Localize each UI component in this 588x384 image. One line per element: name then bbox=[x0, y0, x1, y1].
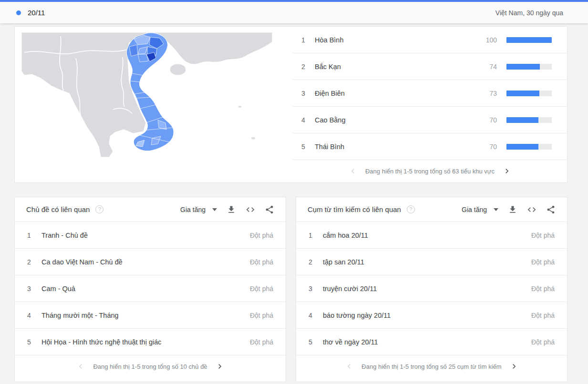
subregion-name: Điện Biên bbox=[315, 90, 473, 97]
subregion-name: Bắc Kạn bbox=[315, 63, 473, 71]
breakout-badge: Đột phá bbox=[250, 312, 273, 319]
subregion-row[interactable]: 5 Thái Bình 70 bbox=[293, 133, 567, 160]
share-icon[interactable] bbox=[546, 205, 556, 214]
interest-value: 73 bbox=[473, 90, 497, 97]
interest-bar-track bbox=[506, 144, 552, 150]
rank-number: 2 bbox=[27, 258, 41, 266]
subregion-row[interactable]: 3 Điện Biên 73 bbox=[293, 80, 567, 107]
query-label: cắm hoa 20/11 bbox=[323, 232, 368, 239]
pagination-label: Đang hiển thị 1-5 trong tổng số 63 tiểu … bbox=[365, 168, 495, 175]
related-topic-row[interactable]: 1 Tranh - Chủ đề Đột phá bbox=[15, 222, 286, 249]
breakout-badge: Đột phá bbox=[531, 232, 555, 239]
query-label: báo tường ngày 20/11 bbox=[323, 312, 391, 319]
rank-number: 5 bbox=[309, 338, 323, 346]
interest-value: 74 bbox=[473, 63, 497, 71]
related-topics-card: Chủ đề có liên quan ? Gia tăng 1 Tranh -… bbox=[14, 197, 286, 382]
related-query-row[interactable]: 4 báo tường ngày 20/11 Đột phá bbox=[296, 302, 567, 329]
rank-number: 1 bbox=[309, 232, 323, 239]
related-topic-row[interactable]: 2 Ca dao Việt Nam - Chủ đề Đột phá bbox=[15, 249, 286, 275]
geo-time-label: Việt Nam, 30 ngày qua bbox=[495, 9, 563, 17]
related-topic-row[interactable]: 5 Hội Họa - Hình thức nghệ thuật thị giá… bbox=[15, 329, 286, 355]
subregion-row[interactable]: 1 Hòa Bình 100 bbox=[293, 27, 567, 53]
interest-bar-track bbox=[506, 64, 552, 70]
subregion-row[interactable]: 4 Cao Bằng 70 bbox=[293, 107, 567, 133]
interest-value: 100 bbox=[473, 36, 497, 44]
breakout-badge: Đột phá bbox=[531, 312, 555, 319]
subregion-row[interactable]: 2 Bắc Kạn 74 bbox=[293, 53, 567, 80]
sort-label: Gia tăng bbox=[180, 206, 206, 213]
rank-number: 2 bbox=[309, 258, 323, 266]
rank-number: 4 bbox=[27, 312, 41, 319]
breakout-badge: Đột phá bbox=[250, 338, 273, 346]
panel-controls: Gia tăng bbox=[180, 205, 274, 214]
related-topic-row[interactable]: 4 Tháng mười một - Tháng Đột phá bbox=[15, 302, 286, 329]
breakout-badge: Đột phá bbox=[531, 258, 555, 266]
topic-label: Ca dao Việt Nam - Chủ đề bbox=[41, 258, 123, 266]
panel-title: Chủ đề có liên quan bbox=[26, 205, 90, 213]
map-small-island bbox=[238, 106, 241, 108]
interest-bar-track bbox=[506, 91, 552, 96]
explore-header: 20/11 Việt Nam, 30 ngày qua bbox=[0, 2, 588, 23]
topic-label: Tranh - Chủ đề bbox=[41, 232, 88, 239]
help-icon[interactable]: ? bbox=[95, 205, 103, 213]
breakout-badge: Đột phá bbox=[250, 258, 273, 266]
sort-dropdown[interactable]: Gia tăng bbox=[462, 206, 498, 213]
rank-number: 3 bbox=[27, 285, 41, 293]
prev-page-icon[interactable] bbox=[348, 166, 358, 176]
rank-number: 3 bbox=[309, 285, 323, 293]
interest-bar bbox=[506, 91, 539, 96]
next-page-icon[interactable] bbox=[509, 362, 519, 371]
embed-icon[interactable] bbox=[246, 205, 255, 214]
related-query-row[interactable]: 2 tập san 20/11 Đột phá bbox=[296, 249, 567, 275]
related-query-row[interactable]: 1 cắm hoa 20/11 Đột phá bbox=[296, 222, 567, 249]
caret-down-icon bbox=[212, 208, 217, 211]
map-hainan-island bbox=[170, 64, 186, 75]
interest-bar bbox=[506, 117, 538, 123]
related-query-row[interactable]: 3 truyện cười 20/11 Đột phá bbox=[296, 275, 567, 302]
related-topics-pagination: Đang hiển thị 1-5 trong tổng số 10 chủ đ… bbox=[15, 355, 286, 377]
topic-label: Tháng mười một - Tháng bbox=[41, 312, 119, 319]
embed-icon[interactable] bbox=[527, 205, 536, 214]
next-page-icon[interactable] bbox=[502, 166, 512, 176]
topic-label: Hội Họa - Hình thức nghệ thuật thị giác bbox=[41, 338, 162, 346]
subregion-pagination: Đang hiển thị 1-5 trong tổng số 63 tiểu … bbox=[293, 160, 567, 182]
related-topic-row[interactable]: 3 Cam - Quả Đột phá bbox=[15, 275, 286, 302]
help-icon[interactable]: ? bbox=[407, 205, 415, 213]
download-icon[interactable] bbox=[508, 205, 517, 214]
breakout-badge: Đột phá bbox=[250, 285, 273, 293]
interest-value: 70 bbox=[473, 116, 497, 124]
interest-bar bbox=[506, 144, 538, 150]
rank-number: 5 bbox=[27, 338, 41, 346]
breakout-badge: Đột phá bbox=[250, 232, 273, 239]
vietnam-choropleth-map[interactable] bbox=[15, 27, 293, 182]
related-queries-pagination: Đang hiển thị 1-5 trong tổng số 25 cụm t… bbox=[296, 355, 567, 377]
map-svg bbox=[15, 30, 293, 159]
interest-bar-track bbox=[506, 37, 552, 43]
subregion-name: Thái Bình bbox=[315, 143, 473, 151]
interest-bar bbox=[506, 37, 552, 43]
pagination-label: Đang hiển thị 1-5 trong tổng số 25 cụm t… bbox=[361, 363, 501, 370]
subregion-name: Cao Bằng bbox=[315, 116, 473, 124]
pagination-label: Đang hiển thị 1-5 trong tổng số 10 chủ đ… bbox=[93, 363, 207, 370]
download-icon[interactable] bbox=[227, 205, 236, 214]
subregion-ranking-list: 1 Hòa Bình 100 2 Bắc Kạn 74 3 Điện Biên … bbox=[293, 27, 567, 182]
sort-label: Gia tăng bbox=[462, 206, 487, 213]
rank-number: 2 bbox=[301, 63, 315, 71]
search-term-label: 20/11 bbox=[28, 9, 45, 17]
related-topics-header: Chủ đề có liên quan ? Gia tăng bbox=[15, 197, 286, 222]
caret-down-icon bbox=[494, 208, 498, 211]
rank-number: 4 bbox=[301, 116, 315, 124]
related-query-row[interactable]: 5 thơ về ngày 20/11 Đột phá bbox=[296, 329, 567, 355]
share-icon[interactable] bbox=[265, 205, 274, 214]
subregion-name: Hòa Bình bbox=[315, 36, 473, 44]
panel-controls: Gia tăng bbox=[462, 205, 556, 214]
query-label: truyện cười 20/11 bbox=[323, 285, 377, 293]
breakout-badge: Đột phá bbox=[531, 338, 555, 346]
prev-page-icon[interactable] bbox=[76, 362, 85, 371]
next-page-icon[interactable] bbox=[215, 362, 225, 371]
prev-page-icon[interactable] bbox=[344, 362, 354, 371]
topic-label: Cam - Quả bbox=[41, 285, 75, 293]
sort-dropdown[interactable]: Gia tăng bbox=[180, 206, 217, 213]
top-accent-strip bbox=[0, 0, 588, 2]
related-queries-header: Cụm từ tìm kiếm có liên quan ? Gia tăng bbox=[296, 197, 567, 222]
